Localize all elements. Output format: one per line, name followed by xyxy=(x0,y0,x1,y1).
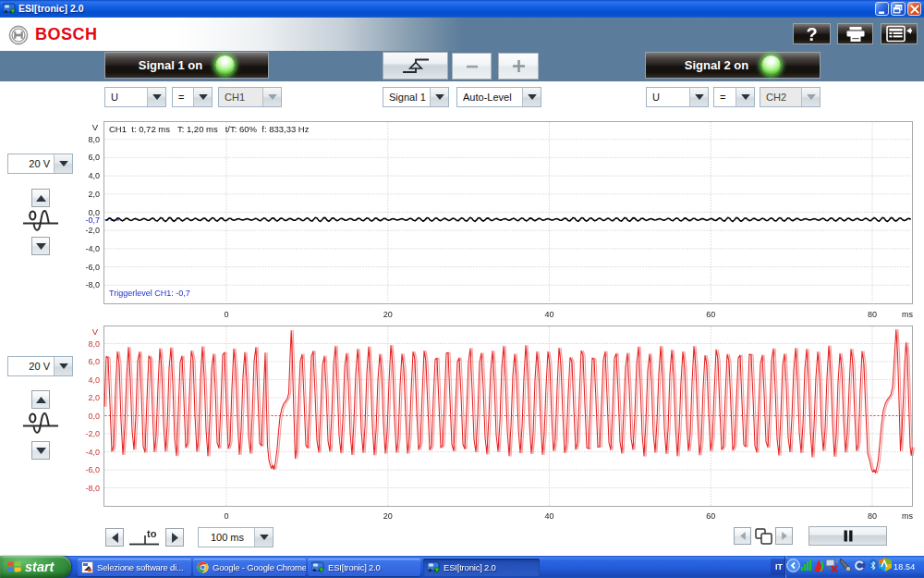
svg-text:60: 60 xyxy=(706,511,715,521)
svg-text:40: 40 xyxy=(544,310,553,319)
svg-text:-0,7: -0,7 xyxy=(85,215,100,225)
svg-text:20: 20 xyxy=(383,511,393,521)
svg-text:40: 40 xyxy=(544,511,553,521)
svg-text:6,0: 6,0 xyxy=(88,357,100,366)
svg-text:2,0: 2,0 xyxy=(88,190,100,199)
svg-text:ms: ms xyxy=(902,310,913,319)
svg-text:-8,0: -8,0 xyxy=(85,280,100,289)
svg-text:start: start xyxy=(25,560,55,574)
svg-text:-4,0: -4,0 xyxy=(85,244,100,253)
svg-text:80: 80 xyxy=(868,310,877,319)
svg-text:4,0: 4,0 xyxy=(88,171,100,180)
svg-text:60: 60 xyxy=(706,310,715,319)
svg-text:-2,0: -2,0 xyxy=(85,226,100,235)
svg-text:-8,0: -8,0 xyxy=(85,484,100,493)
svg-text:V: V xyxy=(92,326,99,337)
svg-text:0,0: 0,0 xyxy=(88,412,100,421)
svg-text:20: 20 xyxy=(383,310,393,319)
svg-text:0: 0 xyxy=(224,511,228,521)
svg-text:8,0: 8,0 xyxy=(88,339,100,349)
svg-text:8,0: 8,0 xyxy=(88,135,100,144)
svg-text:80: 80 xyxy=(868,511,877,521)
svg-text:6,0: 6,0 xyxy=(88,153,100,162)
svg-text:0: 0 xyxy=(224,310,228,319)
svg-text:-2,0: -2,0 xyxy=(85,429,100,438)
svg-text:-4,0: -4,0 xyxy=(85,448,100,457)
svg-text:2,0: 2,0 xyxy=(88,393,100,402)
svg-text:V: V xyxy=(92,122,99,132)
svg-text:-6,0: -6,0 xyxy=(85,263,100,272)
svg-text:Triggerlevel CH1: -0,7: Triggerlevel CH1: -0,7 xyxy=(109,289,190,298)
svg-text:CH1 t: 0,72 ms T: 1,20 ms: CH1 t: 0,72 ms T: 1,20 ms t/T: 60% f: 83… xyxy=(109,124,310,134)
svg-text:-6,0: -6,0 xyxy=(85,465,100,474)
svg-text:ms: ms xyxy=(902,511,913,521)
svg-text:to: to xyxy=(147,528,157,539)
svg-text:4,0: 4,0 xyxy=(88,375,100,385)
